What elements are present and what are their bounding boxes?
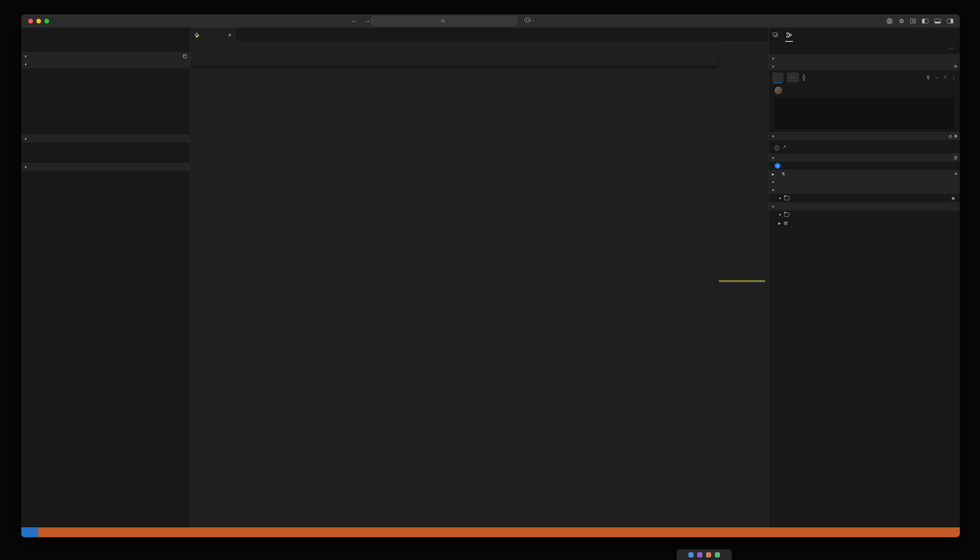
- autolinks-section-header[interactable]: ▼◇⚙: [769, 132, 960, 140]
- macos-dock-peek[interactable]: [677, 549, 732, 560]
- gitlens-inspect-tab[interactable]: [772, 28, 778, 42]
- autolinks-hint: i ↗: [769, 140, 960, 154]
- timeline-section-header[interactable]: ▼: [769, 178, 960, 186]
- commit-sha[interactable]: [802, 76, 807, 79]
- sticky-scroll[interactable]: [190, 49, 717, 66]
- explain-action-icon[interactable]: ✦: [954, 172, 958, 177]
- account-icon[interactable]: [887, 18, 893, 24]
- dock-app-icon[interactable]: [697, 552, 702, 557]
- copy-value-icon[interactable]: [183, 54, 187, 59]
- dock-app-icon[interactable]: [706, 552, 711, 557]
- outline-more-actions-icon[interactable]: ⋯: [950, 45, 954, 51]
- editor-group: ✕: [190, 28, 768, 527]
- customize-layout-icon[interactable]: [910, 19, 916, 23]
- back-icon[interactable]: ←: [935, 75, 940, 80]
- refresh-icon[interactable]: ⟳: [954, 64, 958, 69]
- history-back-button[interactable]: ←: [352, 17, 358, 24]
- titlebar: ← → ⌄ ⚙: [21, 14, 960, 28]
- copilot-menu[interactable]: ⌄: [525, 18, 535, 22]
- editor-tabbar: ✕: [190, 28, 768, 42]
- comment-discussion-icon: [772, 32, 778, 38]
- commit-icon: [802, 76, 805, 79]
- breakpoints-section-header[interactable]: ▼: [21, 163, 190, 171]
- status-bar: [21, 527, 960, 537]
- avatar: [775, 87, 782, 94]
- info-icon: i: [775, 146, 779, 150]
- go-tools-item[interactable]: ▶ ⚒: [769, 219, 960, 227]
- outline-tab[interactable]: [786, 28, 792, 42]
- zoom-window-button[interactable]: [44, 19, 49, 23]
- explain-ai-section-header[interactable]: ▶⚗✦: [769, 170, 960, 178]
- python-file-icon: [194, 32, 200, 38]
- history-forward-button[interactable]: →: [364, 17, 370, 24]
- watch-section-header[interactable]: ▼: [21, 60, 190, 68]
- command-center[interactable]: [371, 16, 518, 26]
- minimap-current-line: [719, 280, 765, 282]
- graph-icon[interactable]: ⑂: [944, 75, 947, 80]
- gitlens-section-header[interactable]: ▼⟳: [769, 62, 960, 70]
- view-options-icon[interactable]: ☰: [954, 155, 958, 160]
- changed-file-row[interactable]: ±: [769, 162, 960, 170]
- beaker-icon: ⚗: [781, 172, 785, 177]
- toggle-primary-sidebar-icon[interactable]: [922, 19, 928, 23]
- desktop: ← → ⌄ ⚙: [0, 0, 980, 560]
- kebab-menu-icon[interactable]: ⋮: [952, 75, 957, 80]
- file-modified-icon: ±: [775, 163, 780, 169]
- go-env-folder[interactable]: ▼: [769, 210, 960, 219]
- tab-users-py[interactable]: ✕: [190, 28, 236, 42]
- call-stack-empty-space: [21, 143, 190, 163]
- external-link-icon: ↗: [782, 144, 787, 150]
- minimap[interactable]: [719, 42, 765, 527]
- overview-ruler[interactable]: [765, 42, 768, 527]
- search-icon: [441, 19, 445, 23]
- todos-section-header[interactable]: ▼: [769, 186, 960, 194]
- toggle-panel-icon[interactable]: [935, 19, 941, 23]
- debug-sidebar: ▼ ▼ ▼ ▼: [21, 28, 190, 527]
- dock-app-icon[interactable]: [715, 552, 720, 557]
- todos-status-dot: [952, 197, 955, 200]
- folder-icon: [784, 213, 789, 217]
- dock-app-icon[interactable]: [688, 552, 693, 557]
- minimize-window-button[interactable]: [36, 19, 41, 23]
- todos-root-folder[interactable]: ▼: [769, 194, 960, 202]
- copilot-icon: [525, 18, 531, 22]
- folder-icon: [784, 196, 789, 200]
- secondary-sidebar: ⋯ ▼ ▼⟳ ⚲ ← ⑂ ⋮: [768, 28, 960, 527]
- variables-section-header[interactable]: ▼: [21, 52, 190, 60]
- autolinks-add-icon[interactable]: ◇: [949, 134, 952, 138]
- toggle-secondary-sidebar-icon[interactable]: [947, 19, 953, 23]
- explorer-go-section-header[interactable]: ▼: [769, 202, 960, 210]
- call-stack-section-header[interactable]: ▼: [21, 135, 190, 143]
- commit-message-box[interactable]: [775, 98, 954, 129]
- vscode-window: ← → ⌄ ⚙: [21, 14, 960, 538]
- settings-gear-icon[interactable]: ⚙: [899, 18, 904, 25]
- outline-section-header[interactable]: ▼: [769, 54, 960, 62]
- files-changed-section-header[interactable]: ▼☰: [769, 154, 960, 162]
- commit-overview-tile[interactable]: [772, 73, 783, 82]
- remote-indicator[interactable]: [21, 527, 38, 537]
- symbol-tree-icon: [786, 32, 792, 38]
- working-changes-tile[interactable]: [787, 73, 799, 82]
- watch-empty-body: [21, 68, 190, 135]
- close-window-button[interactable]: [28, 19, 33, 23]
- autolinks-settings-icon[interactable]: ⚙: [954, 134, 958, 138]
- breadcrumb[interactable]: [190, 42, 768, 49]
- tools-icon: ⚒: [783, 220, 788, 226]
- pin-icon[interactable]: ⚲: [927, 75, 930, 80]
- code-area[interactable]: [190, 49, 717, 527]
- activity-bar: [21, 28, 190, 42]
- close-tab-icon[interactable]: ✕: [228, 32, 232, 38]
